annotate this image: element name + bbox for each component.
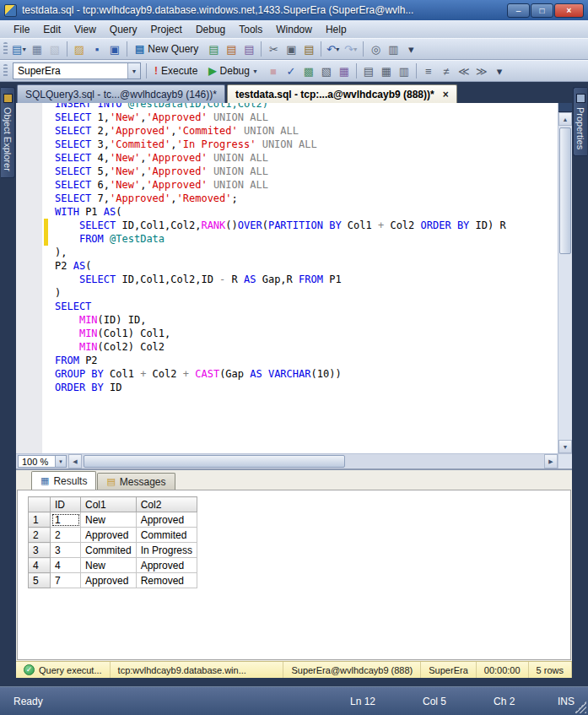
find-icon[interactable]: ◎ [367, 41, 384, 57]
menu-file[interactable]: File [7, 22, 36, 37]
vertical-scrollbar[interactable]: ▲ ▼ [558, 103, 572, 453]
database-combobox[interactable]: SuperEra▼ [13, 62, 141, 79]
code-line[interactable]: MIN(Col2) Col2 [16, 340, 558, 354]
code-line[interactable]: GROUP BY Col1 + Col2 + CAST(Gap AS VARCH… [16, 367, 558, 381]
code-line[interactable]: FROM @TestData [16, 232, 558, 246]
save-all-icon[interactable]: ▣ [106, 41, 123, 57]
new-query-icon[interactable]: ▤▼ [11, 41, 28, 57]
code-line[interactable]: SELECT 4,'New','Approved' UNION ALL [16, 151, 558, 165]
new-project-icon[interactable]: ▦ [29, 41, 46, 57]
code-line[interactable]: ), [16, 246, 558, 259]
code-line[interactable]: SELECT 3,'Commited','In Progress' UNION … [16, 138, 558, 151]
toolbar-grip[interactable] [3, 64, 8, 78]
grid-cell[interactable]: New [81, 558, 137, 573]
toolbar-grip[interactable] [3, 42, 8, 56]
grid-corner[interactable] [29, 497, 51, 512]
menu-edit[interactable]: Edit [36, 22, 67, 37]
chevron-down-icon[interactable]: ▼ [127, 63, 140, 79]
grid-cell[interactable]: In Progress [136, 543, 197, 558]
results-to-grid-icon[interactable]: ▦ [378, 62, 395, 79]
intellisense-icon[interactable]: ▦ [336, 62, 353, 79]
grid-cell[interactable]: Approved [136, 512, 197, 528]
scroll-down-icon[interactable]: ▼ [558, 440, 572, 453]
estimated-plan-icon[interactable]: ▩ [300, 62, 317, 79]
code-line[interactable]: ) [16, 286, 558, 300]
row-header[interactable]: 3 [29, 543, 51, 558]
tab-close-icon[interactable]: × [443, 89, 449, 100]
uncomment-icon[interactable]: ≠ [438, 62, 455, 79]
toolbar-overflow-icon[interactable]: ▾ [402, 41, 419, 57]
open-file-icon[interactable]: ▨ [71, 41, 88, 57]
comment-icon[interactable]: ≡ [420, 62, 437, 79]
results-to-file-icon[interactable]: ▥ [396, 62, 413, 79]
code-line[interactable]: SELECT 6,'New','Approved' UNION ALL [16, 178, 558, 192]
database-engine-query-icon[interactable]: ▤ [205, 41, 222, 57]
zoom-combobox[interactable]: 100 % ▼ [18, 455, 67, 468]
code-line[interactable]: SELECT 7,'Approved','Removed'; [16, 192, 558, 205]
grid-cell[interactable]: 3 [51, 543, 81, 558]
row-header[interactable]: 5 [29, 573, 51, 588]
scroll-left-icon[interactable]: ◀ [68, 454, 82, 469]
menu-window[interactable]: Window [269, 22, 319, 37]
tab-messages[interactable]: ▤Messages [97, 473, 175, 490]
undo-icon[interactable]: ↶▼ [325, 41, 342, 57]
resize-grip[interactable] [575, 701, 586, 713]
save-icon[interactable]: ▪ [89, 41, 105, 57]
splitter-box[interactable] [558, 103, 572, 112]
scroll-right-icon[interactable]: ▶ [544, 454, 558, 469]
chevron-down-icon[interactable]: ▼ [353, 46, 359, 52]
copy-icon[interactable]: ▣ [283, 41, 299, 57]
document-tab[interactable]: SQLQuery3.sql - tc...@wvlhdcayb9 (146))* [17, 84, 225, 103]
code-line[interactable]: P2 AS( [16, 259, 558, 273]
grid-cell[interactable]: New [81, 512, 137, 528]
paste-icon[interactable]: ▤ [300, 41, 317, 57]
grid-cell[interactable]: 2 [51, 528, 81, 543]
row-header[interactable]: 4 [29, 558, 51, 573]
chevron-down-icon[interactable]: ▼ [21, 46, 27, 52]
cancel-query-icon[interactable]: ■ [265, 62, 282, 79]
query-options-icon[interactable]: ▧ [318, 62, 335, 79]
horizontal-scroll-track[interactable] [82, 454, 544, 469]
activity-monitor-icon[interactable]: ▥ [385, 41, 402, 57]
menu-debug[interactable]: Debug [189, 22, 232, 37]
toolbar2-overflow-icon[interactable]: ▾ [491, 62, 508, 79]
code-line[interactable]: ORDER BY ID [16, 381, 558, 394]
properties-tab[interactable]: Properties [573, 87, 587, 156]
code-line[interactable]: SELECT [16, 300, 558, 313]
grid-cell[interactable]: Approved [81, 528, 137, 543]
code-line[interactable]: WITH P1 AS( [16, 205, 558, 219]
scroll-up-icon[interactable]: ▲ [558, 112, 572, 126]
code-line[interactable]: INSERT INTO @TestData(ID,Col1,Col2) [16, 103, 558, 111]
results-to-text-icon[interactable]: ▤ [360, 62, 377, 79]
sql-editor[interactable]: INSERT INTO @TestData(ID,Col1,Col2)SELEC… [16, 103, 572, 453]
cut-icon[interactable]: ✂ [265, 41, 282, 57]
grid-cell[interactable]: Commited [81, 543, 137, 558]
redo-icon[interactable]: ↷▼ [343, 41, 359, 57]
grid-cell[interactable]: 4 [51, 558, 81, 573]
menu-help[interactable]: Help [319, 22, 353, 37]
menu-project[interactable]: Project [144, 22, 189, 37]
grid-cell[interactable]: 1 [51, 512, 81, 528]
maximize-button[interactable]: □ [531, 3, 553, 18]
vertical-scroll-thumb[interactable] [559, 127, 571, 254]
menu-tools[interactable]: Tools [232, 22, 269, 37]
increase-indent-icon[interactable]: ≫ [473, 62, 490, 79]
close-button[interactable]: × [554, 3, 584, 18]
row-header[interactable]: 1 [29, 512, 51, 528]
chevron-down-icon[interactable]: ▼ [252, 68, 258, 74]
code-line[interactable]: SELECT ID,Col1,Col2,RANK()OVER(PARTITION… [16, 219, 558, 232]
new-query-button[interactable]: ▤New Query [131, 40, 204, 58]
horizontal-scroll-thumb[interactable] [84, 455, 345, 468]
document-tab-active[interactable]: testdata.sql - tcp:...a@wvlhdcayb9 (888)… [227, 84, 457, 103]
grid-cell[interactable]: 7 [51, 573, 81, 588]
code-line[interactable]: MIN(ID) ID, [16, 313, 558, 327]
grid-cell[interactable]: Approved [81, 573, 137, 588]
mdx-query-icon[interactable]: ▤ [223, 41, 240, 57]
grid-cell[interactable]: Approved [136, 558, 197, 573]
grid-cell[interactable]: Commited [136, 528, 197, 543]
code-line[interactable]: SELECT 2,'Approved','Commited' UNION ALL [16, 124, 558, 138]
chevron-down-icon[interactable]: ▼ [55, 456, 66, 467]
code-line[interactable]: FROM P2 [16, 354, 558, 367]
parse-icon[interactable]: ✓ [283, 62, 299, 79]
dmx-query-icon[interactable]: ▤ [240, 41, 257, 57]
